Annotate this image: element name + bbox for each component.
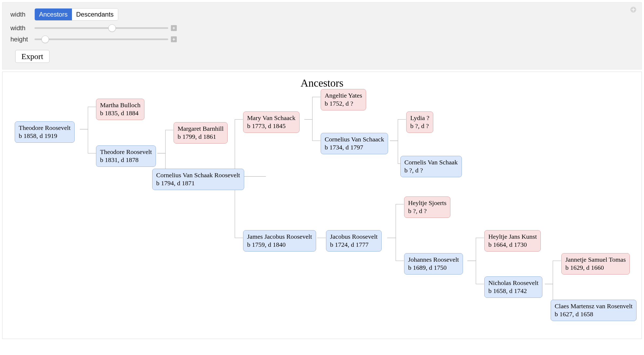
person-dates: b 1794, d 1871 — [156, 179, 240, 187]
person-name: Margaret Barnhill — [178, 125, 224, 133]
diagram-pane: Ancestors — [2, 72, 642, 339]
person-name: Theodore Roosevelt — [100, 148, 152, 156]
person-dates: b 1734, d 1797 — [325, 143, 384, 151]
person-dates: b ?, d ? — [404, 166, 458, 174]
person-name: Theodore Roosevelt — [19, 124, 71, 132]
person-dates: b 1831, d 1878 — [100, 156, 152, 164]
person-node-theodore-1858[interactable]: Theodore Roosevelt b 1858, d 1919 — [15, 121, 75, 143]
person-name: Jannetje Samuel Tomas — [565, 256, 626, 264]
person-name: Heyltje Sjoerts — [408, 199, 446, 207]
person-dates: b 1752, d ? — [325, 99, 362, 107]
person-dates: b 1689, d 1750 — [408, 264, 459, 272]
person-node-theodore-1831[interactable]: Theodore Roosevelt b 1831, d 1878 — [96, 145, 156, 167]
control-panel: width Ancestors Descendants width + heig… — [2, 2, 642, 70]
person-name: Lydia ? — [410, 114, 429, 122]
height-slider[interactable] — [34, 38, 168, 40]
width-slider[interactable] — [34, 27, 168, 29]
person-dates: b ?, d ? — [410, 122, 429, 130]
person-node-claes-martensz[interactable]: Claes Martensz van Rosenvelt b 1627, d 1… — [551, 300, 637, 321]
person-node-mary-van-schaack[interactable]: Mary Van Schaack b 1773, d 1845 — [243, 111, 300, 133]
person-node-james-jacobus[interactable]: James Jacobus Roosevelt b 1759, d 1840 — [243, 230, 316, 252]
person-dates: b 1724, d 1777 — [330, 241, 378, 249]
person-node-heyltje-jans-kunst[interactable]: Heyltje Jans Kunst b 1664, d 1730 — [484, 230, 541, 252]
person-name: Claes Martensz van Rosenvelt — [555, 302, 632, 310]
person-dates: b 1835, d 1884 — [100, 109, 140, 117]
mode-segmented-control: Ancestors Descendants — [34, 8, 118, 21]
width-slider-thumb[interactable] — [108, 24, 116, 32]
person-node-jannetje-tomas[interactable]: Jannetje Samuel Tomas b 1629, d 1660 — [561, 253, 630, 275]
width-slider-plus-icon[interactable]: + — [171, 25, 177, 31]
width-label: width — [10, 24, 34, 32]
person-node-jacobus-roosevelt[interactable]: Jacobus Roosevelt b 1724, d 1777 — [326, 230, 382, 252]
mode-label: width — [10, 11, 34, 18]
person-name: Johannes Roosevelt — [408, 256, 459, 264]
height-slider-plus-icon[interactable]: + — [171, 36, 177, 42]
width-row: width + — [10, 24, 634, 32]
person-name: Angeltie Yates — [325, 91, 362, 99]
person-node-martha-bulloch[interactable]: Martha Bulloch b 1835, d 1884 — [96, 99, 144, 120]
svg-rect-2 — [632, 9, 635, 10]
person-dates: b 1664, d 1730 — [488, 241, 537, 249]
person-name: Heyltje Jans Kunst — [488, 233, 537, 241]
person-node-nicholas-roosevelt[interactable]: Nicholas Roosevelt b 1658, d 1742 — [484, 276, 542, 298]
diagram-title: Ancestors — [2, 77, 642, 89]
person-node-angeltie-yates[interactable]: Angeltie Yates b 1752, d ? — [321, 89, 366, 110]
person-dates: b ?, d ? — [408, 207, 446, 215]
export-button[interactable]: Export — [15, 50, 49, 63]
person-dates: b 1629, d 1660 — [565, 264, 626, 272]
height-row: height + — [10, 36, 634, 43]
person-dates: b 1627, d 1658 — [555, 310, 632, 318]
mode-row: width Ancestors Descendants — [10, 8, 634, 21]
person-name: Mary Van Schaack — [247, 114, 296, 122]
person-name: Nicholas Roosevelt — [488, 279, 538, 287]
person-name: Martha Bulloch — [100, 101, 140, 109]
person-node-margaret-barnhill[interactable]: Margaret Barnhill b 1799, d 1861 — [174, 122, 228, 144]
person-node-johannes-roosevelt[interactable]: Johannes Roosevelt b 1689, d 1750 — [404, 253, 463, 275]
person-node-lydia[interactable]: Lydia ? b ?, d ? — [406, 111, 433, 133]
person-node-heyltje-sjoerts[interactable]: Heyltje Sjoerts b ?, d ? — [404, 196, 450, 218]
person-name: Cornelius Van Schaak Roosevelt — [156, 171, 240, 179]
expand-panel-icon[interactable] — [630, 6, 637, 13]
person-node-cornelius-van-schaack[interactable]: Cornelius Van Schaack b 1734, d 1797 — [321, 133, 388, 154]
app-root: width Ancestors Descendants width + heig… — [0, 2, 644, 355]
person-name: Cornelius Van Schaack — [325, 135, 384, 143]
person-node-cornelius-vs-roosevelt[interactable]: Cornelius Van Schaak Roosevelt b 1794, d… — [152, 169, 244, 190]
person-name: Jacobus Roosevelt — [330, 233, 378, 241]
height-slider-thumb[interactable] — [41, 36, 49, 43]
person-node-cornelis-van-schaak[interactable]: Cornelis Van Schaak b ?, d ? — [400, 156, 462, 177]
tab-ancestors[interactable]: Ancestors — [35, 9, 72, 20]
height-label: height — [10, 36, 34, 43]
person-dates: b 1858, d 1919 — [19, 132, 71, 140]
person-dates: b 1759, d 1840 — [247, 241, 312, 249]
person-name: James Jacobus Roosevelt — [247, 233, 312, 241]
person-dates: b 1799, d 1861 — [178, 133, 224, 141]
person-name: Cornelis Van Schaak — [404, 158, 458, 166]
tab-descendants[interactable]: Descendants — [72, 9, 118, 20]
person-dates: b 1658, d 1742 — [488, 287, 538, 295]
person-dates: b 1773, d 1845 — [247, 122, 296, 130]
